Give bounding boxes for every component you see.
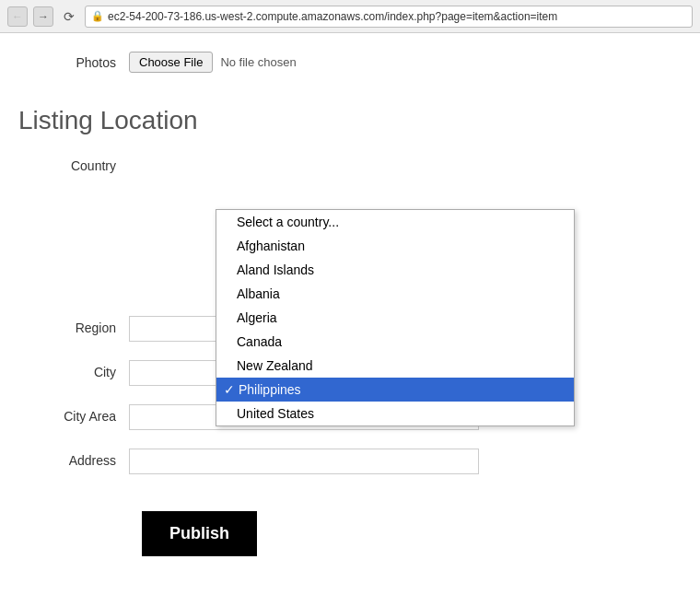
dropdown-option-new-zealand[interactable]: New Zealand [216,354,574,378]
url-path: /index.php?page=item&action=item [384,10,557,23]
page-content: Photos Choose File No file chosen Listin… [0,33,700,584]
section-heading-text: Listing Locatio [18,106,183,134]
no-file-text: No file chosen [220,55,296,69]
dropdown-option-select[interactable]: Select a country... [216,210,574,234]
publish-row: Publish [0,493,700,565]
address-row: Address [0,449,700,474]
photos-label: Photos [18,55,129,70]
section-heading: Listing Location [0,87,700,154]
lock-icon: 🔒 [91,10,104,22]
address-label: Address [18,449,129,468]
country-dropdown[interactable]: Select a country... Afghanistan Aland Is… [216,209,575,426]
url-text: ec2-54-200-73-186.us-west-2.compute.amaz… [108,10,557,23]
address-input[interactable] [129,449,479,474]
address-field [129,449,479,474]
dropdown-option-aland-islands[interactable]: Aland Islands [216,258,574,282]
country-label: Country [18,154,129,173]
dropdown-option-united-states[interactable]: United States [216,402,574,425]
url-domain: ec2-54-200-73-186.us-west-2.compute.amaz… [108,10,384,23]
browser-chrome: ← → ⟳ 🔒 ec2-54-200-73-186.us-west-2.comp… [0,0,700,33]
forward-button[interactable]: → [33,6,53,27]
choose-file-button[interactable]: Choose File [129,52,213,73]
refresh-button[interactable]: ⟳ [59,6,79,27]
dropdown-option-canada[interactable]: Canada [216,330,574,354]
dropdown-option-albania[interactable]: Albania [216,282,574,306]
back-button[interactable]: ← [7,6,28,27]
dropdown-option-algeria[interactable]: Algeria [216,306,574,330]
publish-button[interactable]: Publish [142,511,257,556]
address-bar[interactable]: 🔒 ec2-54-200-73-186.us-west-2.compute.am… [85,6,693,28]
city-area-label: City Area [18,404,129,424]
country-row: Country Select a country... Afghanistan … [0,154,700,173]
city-label: City [18,360,129,379]
dropdown-option-philippines[interactable]: Philippines [216,378,574,402]
photos-row: Photos Choose File No file chosen [0,52,700,73]
region-label: Region [18,316,129,335]
dropdown-option-afghanistan[interactable]: Afghanistan [216,234,574,258]
